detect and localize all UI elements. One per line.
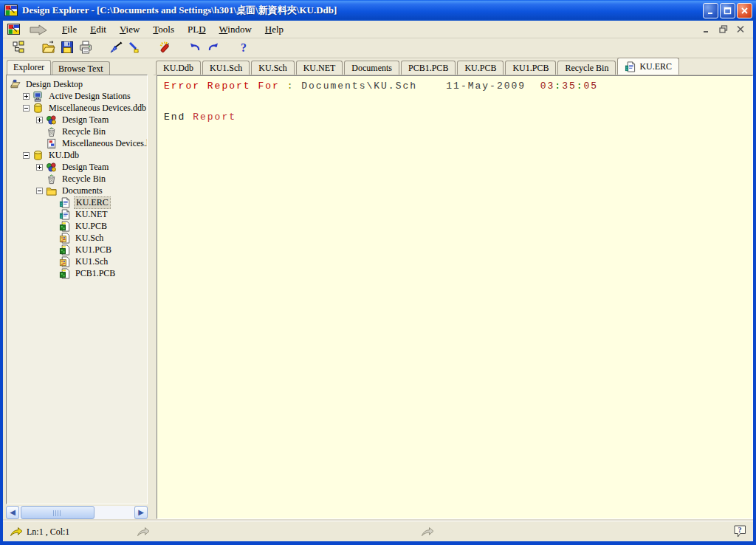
explorer-toggle-button[interactable] — [9, 40, 27, 57]
report-editor[interactable]: Error Report For : Documents\KU.Sch 11-M… — [157, 75, 753, 519]
tree-item-recycle-bin[interactable]: Recycle Bin — [7, 173, 147, 185]
doc-tab-ku-sch[interactable]: KU.Sch — [251, 61, 294, 75]
svg-text:?: ? — [241, 41, 247, 53]
doc-tab-documents[interactable]: Documents — [344, 61, 399, 75]
doc-tab-ku1-sch[interactable]: KU1.Sch — [202, 61, 250, 75]
tree-expander[interactable] — [36, 164, 46, 171]
tree-item-label: KU.Sch — [74, 233, 105, 244]
undo-button[interactable] — [185, 40, 204, 57]
doc-tab-pcb1-pcb[interactable]: PCB1.PCB — [401, 61, 456, 75]
doc-tab-ku-ddb[interactable]: KU.Ddb — [156, 61, 201, 75]
panel-tabs: ExplorerBrowse Text — [6, 60, 148, 75]
close-button[interactable] — [737, 3, 752, 18]
help-balloon-icon[interactable]: ? — [733, 524, 747, 538]
tree-item-ku1-sch[interactable]: KU1.Sch — [7, 256, 147, 267]
report-text-segment — [526, 80, 540, 92]
tree-expander[interactable] — [36, 188, 46, 194]
app-icon[interactable] — [4, 4, 18, 17]
tree-item-documents[interactable]: Documents — [7, 185, 147, 196]
tree-item-design-team[interactable]: Design Team — [7, 161, 147, 173]
scroll-left-button[interactable]: ◀ — [6, 506, 19, 519]
doc-tab-label: KU.PCB — [464, 63, 496, 73]
save-button[interactable] — [58, 40, 76, 57]
tree-item-miscellaneous-devices-ddb[interactable]: Miscellaneous Devices.ddb — [7, 102, 147, 114]
doc-tab-recycle-bin[interactable]: Recycle Bin — [557, 61, 616, 75]
tree-item-miscellaneous-devices-lib[interactable]: Miscellaneous Devices.lib — [7, 137, 147, 149]
doc-tab-label: Documents — [351, 63, 392, 73]
doc-tab-label: PCB1.PCB — [408, 63, 448, 73]
run-tool-button[interactable] — [155, 40, 173, 57]
wire-tool-button[interactable] — [125, 40, 143, 57]
tree-item-active-design-stations[interactable]: Active Design Stations — [7, 90, 147, 102]
sch-doc-icon — [59, 233, 72, 244]
doc-tab-label: KU.Ddb — [163, 63, 193, 73]
explorer-toggle-icon — [12, 41, 25, 56]
desktop-icon — [10, 79, 22, 90]
design-tree[interactable]: Design DesktopActive Design StationsMisc… — [6, 75, 148, 504]
tree-item-label: Documents — [61, 185, 104, 196]
menu-edit[interactable]: Edit — [83, 21, 113, 38]
help-button[interactable]: ? — [234, 40, 252, 57]
tree-item-ku-net[interactable]: KU.NET — [7, 208, 147, 220]
doc-tab-ku-net[interactable]: KU.NET — [296, 61, 343, 75]
mdi-restore-button[interactable] — [718, 24, 729, 34]
title-bar[interactable]: Design Explorer - [C:\Documents and Sett… — [0, 0, 756, 21]
tree-item-design-desktop[interactable]: Design Desktop — [7, 78, 147, 90]
maximize-button[interactable] — [720, 3, 735, 18]
tree-item-label: PCB1.PCB — [74, 268, 117, 279]
menu-view[interactable]: View — [113, 21, 146, 38]
toolbar-separator — [222, 38, 234, 58]
panel-tab-explorer[interactable]: Explorer — [7, 60, 51, 75]
tree-item-ku-pcb[interactable]: KU.PCB — [7, 220, 147, 232]
computer-icon — [32, 91, 45, 102]
tree-expander[interactable] — [23, 152, 32, 159]
undo-icon — [188, 41, 202, 56]
menu-window[interactable]: Window — [213, 21, 258, 38]
redo-button[interactable] — [204, 40, 222, 57]
system-menu-icon[interactable] — [7, 23, 20, 35]
doc-tab-ku-pcb[interactable]: KU.PCB — [457, 61, 504, 75]
tree-item-recycle-bin[interactable]: Recycle Bin — [7, 126, 147, 137]
tree-item-design-team[interactable]: Design Team — [7, 114, 147, 126]
scroll-right-button[interactable]: ▶ — [134, 506, 148, 519]
doc-tab-ku1-pcb[interactable]: KU1.PCB — [505, 61, 556, 75]
toolbar-separator — [27, 38, 39, 58]
tree-item-label: KU1.PCB — [74, 244, 113, 256]
tree-expander[interactable] — [23, 93, 32, 100]
menu-help[interactable]: Help — [258, 21, 290, 38]
tree-item-ku-erc[interactable]: KU.ERC — [7, 196, 147, 208]
scrollbar-thumb[interactable] — [21, 506, 94, 519]
menu-bar: FileEditViewToolsPLDWindowHelp — [3, 21, 753, 38]
help-icon: ? — [237, 41, 250, 56]
tree-item-label: KU.NET — [74, 209, 109, 220]
mdi-close-button[interactable] — [735, 24, 746, 34]
team-icon — [46, 162, 58, 173]
scrollbar-track[interactable] — [19, 506, 134, 519]
print-button[interactable] — [76, 40, 94, 57]
doc-tab-ku-erc[interactable]: KU.ERC — [617, 58, 679, 75]
tree-item-ku-sch[interactable]: KU.Sch — [7, 232, 147, 244]
tree-item-label: KU1.Sch — [74, 256, 109, 267]
mdi-minimize-button[interactable] — [701, 24, 712, 34]
tree-item-ku1-pcb[interactable]: KU1.PCB — [7, 244, 147, 256]
panel-tab-browse-text[interactable]: Browse Text — [52, 61, 110, 75]
tree-expander[interactable] — [36, 117, 46, 123]
menu-pld[interactable]: PLD — [181, 21, 213, 38]
minimize-button[interactable] — [703, 3, 718, 18]
menu-tools[interactable]: Tools — [146, 21, 181, 38]
clean-tool-button[interactable] — [106, 40, 125, 57]
tree-item-pcb1-pcb[interactable]: PCB1.PCB — [7, 267, 147, 279]
open-folder-button[interactable] — [39, 40, 58, 57]
document-menu-arrow-icon[interactable] — [29, 24, 48, 35]
explorer-panel: ExplorerBrowse Text Design DesktopActive… — [6, 60, 148, 519]
tree-expander-spacer — [49, 235, 59, 241]
tree-item-label: Recycle Bin — [61, 174, 107, 185]
cursor-position: Ln:1 , Col:1 — [27, 527, 69, 538]
library-icon — [46, 138, 58, 149]
report-text-segment — [417, 80, 446, 92]
status-bar: Ln:1 , Col:1 ? — [3, 521, 753, 541]
menu-file[interactable]: File — [55, 21, 83, 38]
tree-item-ku-ddb[interactable]: KU.Ddb — [7, 149, 147, 161]
tree-expander[interactable] — [23, 105, 32, 112]
tree-expander-spacer — [49, 258, 59, 265]
